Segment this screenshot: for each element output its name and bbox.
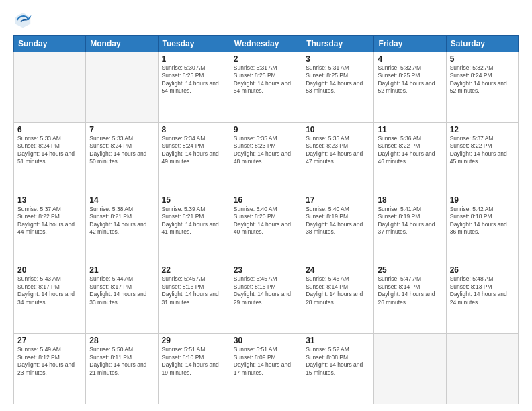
day-info: Sunrise: 5:39 AMSunset: 8:21 PMDaylight:… xyxy=(162,205,226,236)
day-info: Sunrise: 5:42 AMSunset: 8:18 PMDaylight:… xyxy=(450,205,515,236)
day-cell: 16Sunrise: 5:40 AMSunset: 8:20 PMDayligh… xyxy=(230,193,302,263)
day-cell: 8Sunrise: 5:34 AMSunset: 8:24 PMDaylight… xyxy=(158,122,230,193)
day-number: 31 xyxy=(306,336,370,345)
day-info: Sunrise: 5:41 AMSunset: 8:19 PMDaylight:… xyxy=(378,205,442,236)
day-info: Sunrise: 5:36 AMSunset: 8:22 PMDaylight:… xyxy=(378,135,442,166)
day-info: Sunrise: 5:35 AMSunset: 8:23 PMDaylight:… xyxy=(234,135,298,166)
day-info: Sunrise: 5:33 AMSunset: 8:24 PMDaylight:… xyxy=(17,135,82,166)
day-cell: 23Sunrise: 5:45 AMSunset: 8:15 PMDayligh… xyxy=(230,263,302,334)
weekday-header-wednesday: Wednesday xyxy=(230,36,302,52)
day-cell xyxy=(446,334,518,404)
day-number: 13 xyxy=(17,195,82,205)
day-info: Sunrise: 5:31 AMSunset: 8:25 PMDaylight:… xyxy=(306,64,370,95)
header-row: SundayMondayTuesdayWednesdayThursdayFrid… xyxy=(14,36,519,52)
week-row-2: 6Sunrise: 5:33 AMSunset: 8:24 PMDaylight… xyxy=(14,122,519,193)
day-number: 1 xyxy=(162,54,226,64)
day-number: 28 xyxy=(89,336,154,345)
day-cell: 18Sunrise: 5:41 AMSunset: 8:19 PMDayligh… xyxy=(374,193,446,263)
day-number: 7 xyxy=(89,125,154,134)
day-number: 9 xyxy=(234,125,298,134)
day-info: Sunrise: 5:37 AMSunset: 8:22 PMDaylight:… xyxy=(17,205,82,236)
day-cell: 3Sunrise: 5:31 AMSunset: 8:25 PMDaylight… xyxy=(302,52,374,123)
day-info: Sunrise: 5:52 AMSunset: 8:08 PMDaylight:… xyxy=(306,346,370,377)
day-number: 8 xyxy=(162,125,226,134)
day-number: 4 xyxy=(378,54,442,64)
day-info: Sunrise: 5:38 AMSunset: 8:21 PMDaylight:… xyxy=(89,205,154,236)
day-number: 22 xyxy=(162,265,226,275)
day-info: Sunrise: 5:46 AMSunset: 8:14 PMDaylight:… xyxy=(306,275,370,306)
week-row-4: 20Sunrise: 5:43 AMSunset: 8:17 PMDayligh… xyxy=(14,263,519,334)
logo-icon xyxy=(13,11,32,30)
day-info: Sunrise: 5:40 AMSunset: 8:20 PMDaylight:… xyxy=(234,205,298,236)
day-info: Sunrise: 5:35 AMSunset: 8:23 PMDaylight:… xyxy=(306,135,370,166)
day-number: 29 xyxy=(162,336,226,345)
day-info: Sunrise: 5:49 AMSunset: 8:12 PMDaylight:… xyxy=(17,346,82,377)
day-info: Sunrise: 5:48 AMSunset: 8:13 PMDaylight:… xyxy=(450,275,515,306)
day-number: 21 xyxy=(89,265,154,275)
day-info: Sunrise: 5:40 AMSunset: 8:19 PMDaylight:… xyxy=(306,205,370,236)
day-cell: 26Sunrise: 5:48 AMSunset: 8:13 PMDayligh… xyxy=(446,263,518,334)
day-number: 12 xyxy=(450,125,515,134)
day-number: 5 xyxy=(450,54,515,64)
day-info: Sunrise: 5:45 AMSunset: 8:15 PMDaylight:… xyxy=(234,275,298,306)
day-info: Sunrise: 5:50 AMSunset: 8:11 PMDaylight:… xyxy=(89,346,154,377)
day-cell: 22Sunrise: 5:45 AMSunset: 8:16 PMDayligh… xyxy=(158,263,230,334)
day-number: 15 xyxy=(162,195,226,205)
day-number: 6 xyxy=(17,125,82,134)
day-cell xyxy=(14,52,86,123)
week-row-3: 13Sunrise: 5:37 AMSunset: 8:22 PMDayligh… xyxy=(14,193,519,263)
day-cell: 7Sunrise: 5:33 AMSunset: 8:24 PMDaylight… xyxy=(86,122,158,193)
weekday-header-friday: Friday xyxy=(374,36,446,52)
day-number: 14 xyxy=(89,195,154,205)
day-cell: 1Sunrise: 5:30 AMSunset: 8:25 PMDaylight… xyxy=(158,52,230,123)
day-number: 27 xyxy=(17,336,82,345)
day-info: Sunrise: 5:43 AMSunset: 8:17 PMDaylight:… xyxy=(17,275,82,306)
day-cell: 9Sunrise: 5:35 AMSunset: 8:23 PMDaylight… xyxy=(230,122,302,193)
day-cell: 13Sunrise: 5:37 AMSunset: 8:22 PMDayligh… xyxy=(14,193,86,263)
day-cell: 31Sunrise: 5:52 AMSunset: 8:08 PMDayligh… xyxy=(302,334,374,404)
day-info: Sunrise: 5:47 AMSunset: 8:14 PMDaylight:… xyxy=(378,275,442,306)
weekday-header-thursday: Thursday xyxy=(302,36,374,52)
day-info: Sunrise: 5:31 AMSunset: 8:25 PMDaylight:… xyxy=(234,64,298,95)
day-info: Sunrise: 5:30 AMSunset: 8:25 PMDaylight:… xyxy=(162,64,226,95)
day-info: Sunrise: 5:32 AMSunset: 8:25 PMDaylight:… xyxy=(378,64,442,95)
day-number: 25 xyxy=(378,265,442,275)
day-number: 17 xyxy=(306,195,370,205)
day-cell: 10Sunrise: 5:35 AMSunset: 8:23 PMDayligh… xyxy=(302,122,374,193)
day-info: Sunrise: 5:51 AMSunset: 8:10 PMDaylight:… xyxy=(162,346,226,377)
day-cell: 11Sunrise: 5:36 AMSunset: 8:22 PMDayligh… xyxy=(374,122,446,193)
day-number: 11 xyxy=(378,125,442,134)
day-cell: 12Sunrise: 5:37 AMSunset: 8:22 PMDayligh… xyxy=(446,122,518,193)
day-info: Sunrise: 5:34 AMSunset: 8:24 PMDaylight:… xyxy=(162,135,226,166)
day-number: 19 xyxy=(450,195,515,205)
day-info: Sunrise: 5:51 AMSunset: 8:09 PMDaylight:… xyxy=(234,346,298,377)
day-info: Sunrise: 5:37 AMSunset: 8:22 PMDaylight:… xyxy=(450,135,515,166)
day-cell: 6Sunrise: 5:33 AMSunset: 8:24 PMDaylight… xyxy=(14,122,86,193)
day-cell: 28Sunrise: 5:50 AMSunset: 8:11 PMDayligh… xyxy=(86,334,158,404)
day-cell xyxy=(374,334,446,404)
day-info: Sunrise: 5:33 AMSunset: 8:24 PMDaylight:… xyxy=(89,135,154,166)
day-info: Sunrise: 5:32 AMSunset: 8:24 PMDaylight:… xyxy=(450,64,515,95)
day-cell: 21Sunrise: 5:44 AMSunset: 8:17 PMDayligh… xyxy=(86,263,158,334)
day-info: Sunrise: 5:44 AMSunset: 8:17 PMDaylight:… xyxy=(89,275,154,306)
week-row-1: 1Sunrise: 5:30 AMSunset: 8:25 PMDaylight… xyxy=(14,52,519,123)
day-number: 2 xyxy=(234,54,298,64)
day-cell: 25Sunrise: 5:47 AMSunset: 8:14 PMDayligh… xyxy=(374,263,446,334)
day-cell: 30Sunrise: 5:51 AMSunset: 8:09 PMDayligh… xyxy=(230,334,302,404)
day-number: 18 xyxy=(378,195,442,205)
weekday-header-saturday: Saturday xyxy=(446,36,518,52)
logo xyxy=(13,11,35,30)
day-cell xyxy=(86,52,158,123)
day-info: Sunrise: 5:45 AMSunset: 8:16 PMDaylight:… xyxy=(162,275,226,306)
day-number: 16 xyxy=(234,195,298,205)
day-cell: 24Sunrise: 5:46 AMSunset: 8:14 PMDayligh… xyxy=(302,263,374,334)
day-number: 20 xyxy=(17,265,82,275)
day-cell: 15Sunrise: 5:39 AMSunset: 8:21 PMDayligh… xyxy=(158,193,230,263)
day-cell: 29Sunrise: 5:51 AMSunset: 8:10 PMDayligh… xyxy=(158,334,230,404)
day-cell: 27Sunrise: 5:49 AMSunset: 8:12 PMDayligh… xyxy=(14,334,86,404)
week-row-5: 27Sunrise: 5:49 AMSunset: 8:12 PMDayligh… xyxy=(14,334,519,404)
day-number: 30 xyxy=(234,336,298,345)
header xyxy=(13,11,519,30)
weekday-header-tuesday: Tuesday xyxy=(158,36,230,52)
weekday-header-sunday: Sunday xyxy=(14,36,86,52)
